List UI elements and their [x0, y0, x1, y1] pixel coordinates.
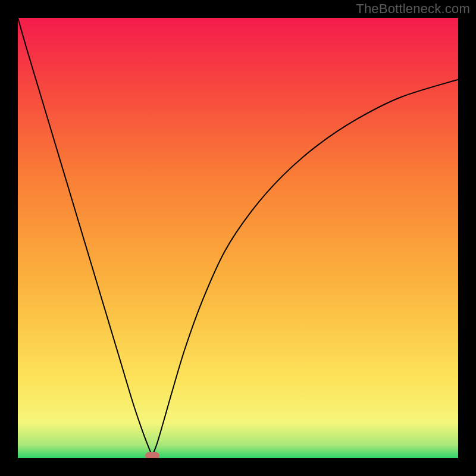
plot-area — [18, 18, 458, 458]
watermark-text: TheBottleneck.com — [356, 1, 470, 17]
bottleneck-curve — [18, 18, 458, 458]
minimum-marker — [145, 452, 159, 458]
chart-frame: TheBottleneck.com — [0, 0, 476, 476]
